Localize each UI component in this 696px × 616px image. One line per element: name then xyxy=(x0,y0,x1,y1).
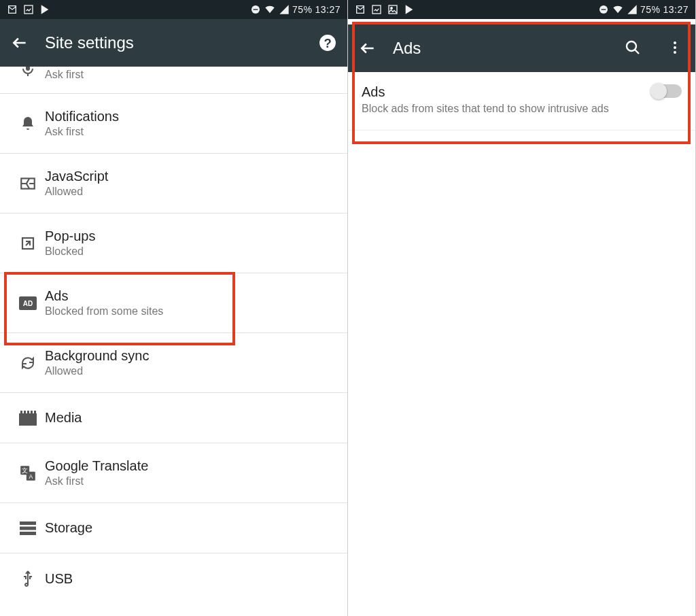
svg-point-23 xyxy=(674,46,676,49)
item-sub: Allowed xyxy=(45,365,336,377)
translate-icon: 文A xyxy=(19,464,37,482)
svg-text:A: A xyxy=(29,473,33,479)
settings-list: Microphone Ask first Notifications Ask f… xyxy=(0,67,347,616)
javascript-icon xyxy=(19,175,37,192)
signal-icon xyxy=(279,4,290,15)
item-label: Background sync xyxy=(45,348,336,364)
page-title: Site settings xyxy=(45,33,294,52)
play-icon xyxy=(404,4,415,15)
overflow-menu-button[interactable] xyxy=(667,39,684,57)
item-sub: Blocked xyxy=(45,245,336,258)
settings-item-usb[interactable]: USB xyxy=(0,553,347,604)
settings-item-microphone[interactable]: Microphone Ask first xyxy=(0,67,347,94)
image-icon xyxy=(371,4,382,15)
svg-rect-20 xyxy=(602,9,606,10)
battery-text: 75% xyxy=(292,4,313,15)
search-button[interactable] xyxy=(625,39,642,57)
ads-toggle-row[interactable]: Ads Block ads from sites that tend to sh… xyxy=(348,72,695,131)
ads-description: Block ads from sites that tend to show i… xyxy=(362,103,620,115)
settings-item-storage[interactable]: Storage xyxy=(0,503,347,553)
sync-icon xyxy=(20,355,36,371)
svg-rect-15 xyxy=(20,532,36,535)
item-label: Google Translate xyxy=(45,458,336,474)
settings-item-javascript[interactable]: JavaScript Allowed xyxy=(0,154,347,213)
svg-rect-14 xyxy=(20,526,36,530)
svg-text:文: 文 xyxy=(22,466,28,473)
ads-toggle[interactable] xyxy=(652,84,682,98)
signal-icon xyxy=(627,4,638,15)
storage-icon xyxy=(20,521,36,535)
dnd-icon xyxy=(250,4,261,15)
settings-item-ads[interactable]: AD Ads Blocked from some sites xyxy=(0,273,347,333)
svg-point-24 xyxy=(674,51,676,54)
page-title: Ads xyxy=(393,39,600,58)
item-label: Ads xyxy=(45,288,336,304)
time-text: 13:27 xyxy=(663,4,689,15)
svg-rect-13 xyxy=(20,521,36,525)
svg-text:?: ? xyxy=(324,36,331,50)
time-text: 13:27 xyxy=(315,4,341,15)
back-button[interactable] xyxy=(359,39,377,57)
popup-icon xyxy=(20,235,36,252)
ads-label: Ads xyxy=(362,84,644,100)
item-sub: Ask first xyxy=(45,69,336,81)
bell-icon xyxy=(20,116,36,132)
item-sub: Blocked from some sites xyxy=(45,305,336,318)
settings-item-translate[interactable]: 文A Google Translate Ask first xyxy=(0,443,347,503)
item-label: Storage xyxy=(45,520,336,536)
wifi-icon xyxy=(612,4,624,15)
battery-text: 75% xyxy=(640,4,661,15)
play-icon xyxy=(39,4,50,15)
back-button[interactable] xyxy=(11,34,29,52)
settings-item-popups[interactable]: Pop-ups Blocked xyxy=(0,213,347,273)
svg-rect-0 xyxy=(24,5,33,14)
left-screen: 75% 13:27 Site settings ? Microphone Ask… xyxy=(0,0,348,616)
svg-text:AD: AD xyxy=(23,300,33,307)
image-icon-2 xyxy=(387,4,398,15)
right-screen: 75% 13:27 Ads Ads Block ads from sites t… xyxy=(348,0,696,616)
settings-item-background-sync[interactable]: Background sync Allowed xyxy=(0,333,347,393)
status-bar: 75% 13:27 xyxy=(0,0,347,19)
app-bar: Site settings ? xyxy=(0,19,347,67)
item-label: Notifications xyxy=(45,109,336,124)
item-label: JavaScript xyxy=(45,169,336,184)
wifi-icon xyxy=(264,4,276,15)
help-button[interactable]: ? xyxy=(319,34,336,52)
svg-rect-16 xyxy=(372,5,381,14)
item-label: Media xyxy=(45,410,336,426)
item-sub: Allowed xyxy=(45,186,336,198)
app-bar: Ads xyxy=(348,24,695,72)
microphone-icon xyxy=(20,71,36,78)
status-bar: 75% 13:27 xyxy=(348,0,695,19)
usb-icon xyxy=(20,570,36,587)
svg-point-21 xyxy=(627,41,636,51)
item-label: Pop-ups xyxy=(45,228,336,244)
svg-rect-2 xyxy=(254,9,258,10)
mail-icon xyxy=(355,4,366,15)
item-sub: Ask first xyxy=(45,475,336,487)
item-sub: Ask first xyxy=(45,126,336,138)
svg-point-22 xyxy=(674,41,676,44)
dnd-icon xyxy=(598,4,609,15)
media-icon xyxy=(19,411,37,426)
item-label: USB xyxy=(45,571,336,587)
image-icon xyxy=(23,4,34,15)
settings-item-media[interactable]: Media xyxy=(0,393,347,443)
ads-icon: AD xyxy=(19,296,37,310)
mail-icon xyxy=(7,4,18,15)
svg-point-18 xyxy=(391,7,393,10)
settings-item-notifications[interactable]: Notifications Ask first xyxy=(0,94,347,154)
